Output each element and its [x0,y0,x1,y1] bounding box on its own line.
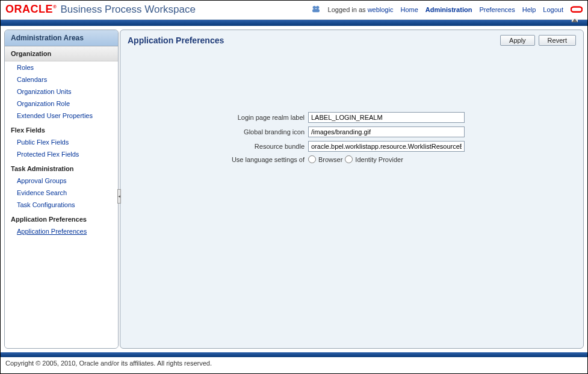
row-language-settings: Use language settings of Browser Identit… [128,155,576,163]
sidebar-item-application-preferences[interactable]: Application Preferences [5,225,118,237]
nav-preferences[interactable]: Preferences [479,6,515,13]
sidebar-body: Organization Roles Calendars Organizatio… [5,46,118,349]
label-branding-icon: Global branding icon [128,128,308,136]
radio-browser-label[interactable]: Browser [308,155,342,163]
input-branding-icon[interactable] [308,126,465,137]
apply-button[interactable]: Apply [500,35,535,46]
preferences-form: Login page realm label Global branding i… [128,112,576,163]
radio-identity-provider[interactable] [345,155,353,163]
sidebar-item-organization-units[interactable]: Organization Units [5,86,118,98]
sidebar-item-organization-role[interactable]: Organization Role [5,98,118,110]
collapse-up-icon[interactable] [572,19,578,22]
bottom-bar [1,352,587,357]
sidebar-item-protected-flex-fields[interactable]: Protected Flex Fields [5,148,118,160]
row-resource-bundle: Resource bundle [128,141,576,152]
sidebar-item-evidence-search[interactable]: Evidence Search [5,187,118,199]
row-login-realm: Login page realm label [128,112,576,123]
sidebar-group-application-preferences[interactable]: Application Preferences [5,211,118,225]
sidebar-group-task-administration[interactable]: Task Administration [5,160,118,175]
svg-rect-3 [571,7,582,11]
revert-button[interactable]: Revert [539,35,576,46]
sidebar-title: Administration Areas [5,30,118,46]
sidebar: Administration Areas Organization Roles … [4,30,119,349]
nav-help[interactable]: Help [522,6,536,13]
label-resource-bundle: Resource bundle [128,143,308,150]
label-language-settings: Use language settings of [128,156,308,163]
header-links: Logged in as weblogic Home Administratio… [311,4,583,15]
main-panel: Application Preferences Apply Revert Log… [120,30,584,349]
radio-group-language: Browser Identity Provider [308,155,403,163]
nav-administration[interactable]: Administration [426,6,472,13]
splitter-handle[interactable] [117,189,121,204]
logged-in-text: Logged in as weblogic [328,6,394,13]
sidebar-group-organization[interactable]: Organization [5,46,118,61]
workspace: Administration Areas Organization Roles … [1,26,587,352]
svg-point-0 [312,5,315,8]
svg-point-1 [316,5,319,8]
row-branding-icon: Global branding icon [128,126,576,137]
sidebar-item-approval-groups[interactable]: Approval Groups [5,175,118,187]
nav-home[interactable]: Home [400,6,418,13]
sidebar-item-task-configurations[interactable]: Task Configurations [5,199,118,211]
sidebar-item-extended-user-properties[interactable]: Extended User Properties [5,110,118,122]
page-title: Application Preferences [128,36,224,45]
brand-oracle: ORACLE® [5,3,57,16]
group-icon [311,4,321,15]
sidebar-item-roles[interactable]: Roles [5,61,118,73]
global-header: ORACLE® Business Process Workspace Logge… [1,1,587,20]
footer-copyright: Copyright © 2005, 2010, Oracle and/or it… [1,357,587,369]
nav-logout[interactable]: Logout [543,6,563,13]
brand: ORACLE® Business Process Workspace [5,3,196,16]
radio-idp-label[interactable]: Identity Provider [345,155,403,163]
input-login-realm[interactable] [308,112,465,123]
current-user: weblogic [368,6,394,13]
sub-header-bar [1,20,587,26]
label-login-realm: Login page realm label [128,114,308,121]
oracle-logo-icon [571,5,583,14]
brand-title: Business Process Workspace [60,4,196,16]
sidebar-item-calendars[interactable]: Calendars [5,73,118,86]
sidebar-item-public-flex-fields[interactable]: Public Flex Fields [5,136,118,148]
svg-rect-2 [312,9,320,12]
sidebar-group-flex-fields[interactable]: Flex Fields [5,122,118,136]
main-header: Application Preferences Apply Revert [128,35,576,46]
action-buttons: Apply Revert [500,35,576,46]
input-resource-bundle[interactable] [308,141,465,152]
radio-browser[interactable] [308,155,316,163]
